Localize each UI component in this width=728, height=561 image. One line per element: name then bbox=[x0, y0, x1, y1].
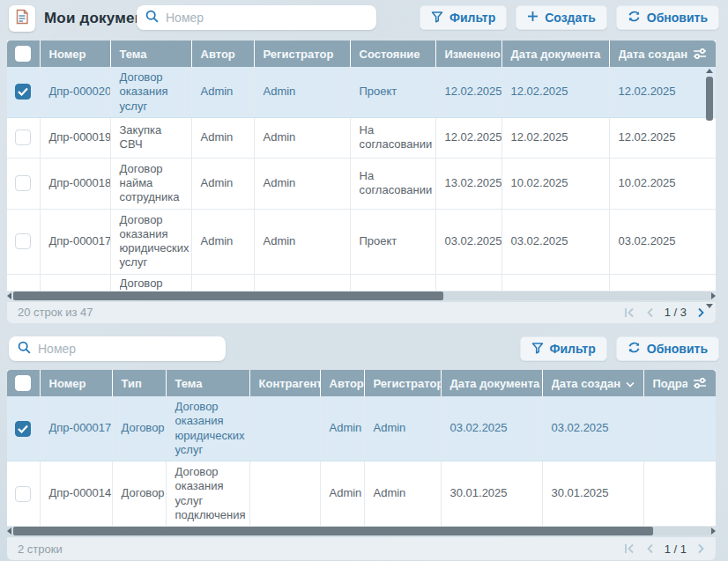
cell-department bbox=[643, 461, 716, 527]
cell-theme: Договор найма сотрудника bbox=[110, 158, 191, 209]
col-header-counterparty[interactable]: Контрагент bbox=[249, 370, 320, 396]
table-header-row: Номер Тема Автор Регистратор Состояние И… bbox=[7, 41, 716, 67]
rows-count-label: 20 строк из 47 bbox=[18, 306, 93, 319]
cell-doc-date: 12.02.2025 bbox=[501, 117, 609, 158]
table-row[interactable]: Дпр-000020 Договор оказания услуг Admin … bbox=[7, 67, 716, 117]
pagination: 1 / 1 bbox=[624, 543, 705, 556]
table-row[interactable]: Дпр-000018 Договор найма сотрудника Admi… bbox=[7, 158, 716, 209]
table-row[interactable]: Дпр-000017 Договор Договор оказания юрид… bbox=[7, 396, 716, 461]
table-row[interactable]: Дпр-000017 Договор оказания юридических … bbox=[7, 209, 716, 274]
row-checkbox[interactable] bbox=[15, 175, 31, 191]
page-indicator: 1 / 3 bbox=[665, 306, 687, 319]
table-row[interactable]: Дпр-000019 Закупка СВЧ Admin Admin На со… bbox=[7, 117, 716, 158]
filter-button[interactable]: Фильтр bbox=[520, 336, 607, 361]
cell-theme: Договор bbox=[120, 277, 182, 291]
search-input[interactable] bbox=[38, 342, 217, 356]
scroll-down-arrow[interactable] bbox=[706, 304, 713, 308]
rows-count-label: 2 строки bbox=[18, 543, 63, 556]
col-header-department[interactable]: Подразделение bbox=[643, 370, 716, 396]
cell-created: 10.02.2025 bbox=[609, 158, 716, 209]
vertical-scrollbar[interactable] bbox=[704, 69, 715, 308]
refresh-button[interactable]: Обновить bbox=[616, 336, 719, 361]
cell-registrar: Admin bbox=[364, 396, 441, 461]
col-header-number[interactable]: Номер bbox=[40, 370, 112, 396]
cell-theme: Договор оказания юридических услуг bbox=[110, 209, 191, 274]
row-checkbox[interactable] bbox=[15, 486, 31, 502]
select-all-checkbox[interactable] bbox=[15, 46, 31, 62]
col-header-doc-date[interactable]: Дата документа bbox=[441, 370, 542, 396]
cell-doc-date: 03.02.2025 bbox=[501, 209, 609, 274]
filter-icon bbox=[431, 11, 443, 26]
search-input[interactable] bbox=[166, 11, 368, 25]
column-settings-icon[interactable] bbox=[693, 48, 707, 60]
linked-documents-table: Номер Тип Тема Контрагент Автор Регистра… bbox=[7, 370, 716, 560]
refresh-icon bbox=[628, 10, 641, 26]
cell-modified: 12.02.2025 bbox=[435, 67, 501, 117]
cell-author: Admin bbox=[191, 67, 254, 117]
cell-number: Дпр-000017 bbox=[40, 396, 112, 461]
documents-table: Номер Тема Автор Регистратор Состояние И… bbox=[7, 41, 716, 323]
cell-registrar: Admin bbox=[254, 67, 350, 117]
documents-icon-button[interactable] bbox=[9, 5, 35, 32]
refresh-button-label: Обновить bbox=[647, 342, 708, 356]
col-header-doc-date[interactable]: Дата документа bbox=[501, 41, 609, 67]
cell-state: На согласовании bbox=[350, 158, 435, 209]
prev-page-icon[interactable] bbox=[646, 543, 654, 554]
table-header-row: Номер Тип Тема Контрагент Автор Регистра… bbox=[7, 370, 716, 396]
cell-author: Admin bbox=[320, 396, 364, 461]
row-checkbox[interactable] bbox=[15, 84, 31, 100]
first-page-icon[interactable] bbox=[624, 543, 635, 554]
next-page-icon[interactable] bbox=[697, 307, 705, 318]
cell-created: 12.02.2025 bbox=[609, 117, 716, 158]
col-header-modified[interactable]: Изменено bbox=[435, 41, 501, 67]
col-header-type[interactable]: Тип bbox=[112, 370, 166, 396]
horizontal-scrollbar[interactable] bbox=[7, 527, 716, 535]
column-settings-icon[interactable] bbox=[693, 377, 707, 389]
col-header-created[interactable]: Дата создания bbox=[542, 370, 643, 396]
cell-number: Дпр-000018 bbox=[40, 158, 110, 209]
vertical-scroll-thumb[interactable] bbox=[706, 77, 713, 121]
horizontal-scroll-thumb[interactable] bbox=[13, 292, 443, 300]
scroll-left-arrow[interactable] bbox=[7, 528, 11, 535]
col-header-author[interactable]: Автор bbox=[320, 370, 364, 396]
row-checkbox[interactable] bbox=[15, 233, 31, 249]
first-page-icon[interactable] bbox=[624, 307, 635, 318]
table-footer: 2 строки 1 / 1 bbox=[7, 537, 716, 560]
scroll-right-arrow[interactable] bbox=[711, 528, 716, 535]
col-header-created[interactable]: Дата создания bbox=[609, 41, 716, 67]
col-header-theme[interactable]: Тема bbox=[110, 41, 191, 67]
select-all-checkbox[interactable] bbox=[15, 375, 31, 391]
cell-number: Дпр-000019 bbox=[40, 117, 110, 158]
horizontal-scroll-thumb[interactable] bbox=[13, 527, 653, 535]
next-page-icon[interactable] bbox=[697, 543, 705, 554]
row-checkbox[interactable] bbox=[15, 129, 31, 145]
col-header-author[interactable]: Автор bbox=[191, 41, 254, 67]
scroll-up-arrow[interactable] bbox=[706, 69, 713, 73]
filter-button[interactable]: Фильтр bbox=[420, 5, 507, 30]
page-indicator: 1 / 1 bbox=[665, 543, 687, 556]
cell-doc-date: 10.02.2025 bbox=[501, 158, 609, 209]
row-checkbox[interactable] bbox=[15, 421, 31, 437]
filter-icon bbox=[531, 342, 544, 357]
horizontal-scrollbar[interactable] bbox=[7, 292, 716, 300]
col-header-registrar[interactable]: Регистратор bbox=[364, 370, 441, 396]
cell-state: Проект bbox=[350, 209, 435, 274]
col-header-theme[interactable]: Тема bbox=[166, 370, 249, 396]
cell-theme: Договор оказания услуг bbox=[110, 67, 191, 117]
refresh-button[interactable]: Обновить bbox=[616, 5, 719, 30]
plus-icon bbox=[527, 11, 539, 25]
col-header-state[interactable]: Состояние bbox=[350, 41, 435, 67]
create-button[interactable]: Создать bbox=[516, 5, 607, 30]
table-row[interactable]: Дпр-000014 Договор Договор оказания услу… bbox=[7, 461, 716, 527]
table-row-partial[interactable]: Договор bbox=[7, 274, 716, 291]
col-header-number[interactable]: Номер bbox=[40, 41, 110, 67]
scroll-left-arrow[interactable] bbox=[7, 292, 11, 299]
cell-counterparty bbox=[249, 461, 320, 527]
cell-department bbox=[643, 396, 716, 461]
col-header-registrar[interactable]: Регистратор bbox=[254, 41, 350, 67]
cell-registrar: Admin bbox=[254, 117, 350, 158]
filter-button-label: Фильтр bbox=[449, 11, 495, 25]
cell-registrar: Admin bbox=[364, 461, 441, 527]
prev-page-icon[interactable] bbox=[646, 307, 654, 318]
search-box-bottom bbox=[9, 336, 226, 361]
